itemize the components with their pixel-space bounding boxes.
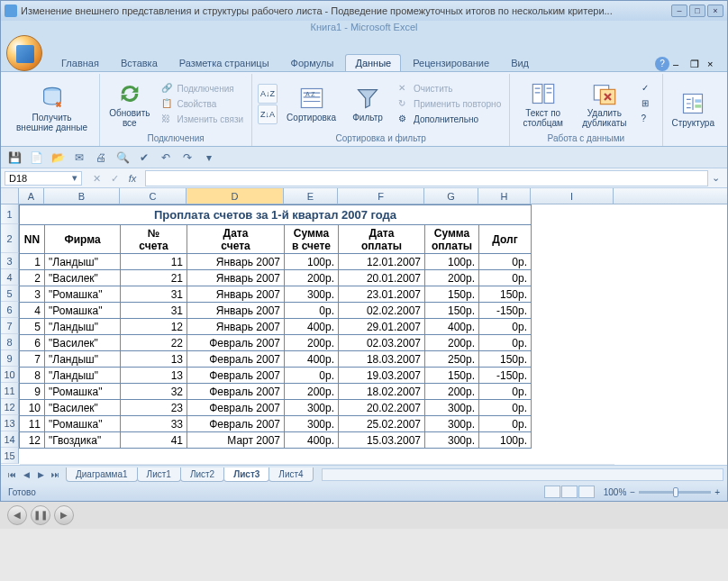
qat-new-button[interactable]: 📄 [28, 150, 44, 166]
table-cell[interactable]: Январь 2007 [187, 270, 285, 286]
table-cell[interactable]: 4 [20, 303, 45, 319]
table-cell[interactable]: 11 [20, 416, 45, 432]
table-cell[interactable]: 0р. [479, 270, 532, 286]
table-cell[interactable]: Февраль 2007 [187, 351, 285, 368]
table-cell[interactable]: "Ромашка" [45, 384, 121, 400]
column-header-E[interactable]: E [284, 188, 338, 204]
row-header-12[interactable]: 12 [1, 399, 19, 415]
table-cell[interactable]: 12.01.2007 [339, 254, 425, 270]
qat-email-button[interactable]: ✉ [71, 150, 87, 166]
table-cell[interactable]: 300р. [285, 416, 339, 432]
row-header-2[interactable]: 2 [1, 224, 19, 253]
data-validation-button[interactable]: ✓ [639, 82, 657, 96]
sheet-nav-prev[interactable]: ◀ [19, 468, 33, 482]
minimize-button[interactable]: – [671, 5, 687, 17]
sheet-tab-Лист1[interactable]: Лист1 [137, 468, 181, 482]
table-cell[interactable]: 2 [20, 270, 45, 286]
table-cell[interactable]: "Василек" [45, 335, 121, 351]
row-header-15[interactable]: 15 [1, 448, 19, 464]
table-cell[interactable]: "Ромашка" [45, 286, 121, 303]
table-cell[interactable]: Январь 2007 [187, 319, 285, 335]
table-cell[interactable]: 0р. [479, 400, 532, 416]
sheet-nav-first[interactable]: ⏮ [5, 468, 19, 482]
table-cell[interactable]: 20.02.2007 [339, 400, 425, 416]
doc-minimize-button[interactable]: – [673, 59, 689, 71]
row-header-1[interactable]: 1 [1, 204, 19, 224]
table-cell[interactable]: 100р. [425, 254, 479, 270]
table-cell[interactable]: Февраль 2007 [187, 384, 285, 400]
enter-formula-button[interactable]: ✓ [107, 171, 122, 186]
table-cell[interactable]: 400р. [285, 351, 339, 368]
table-cell[interactable]: 6 [20, 335, 45, 351]
table-cell[interactable]: 33 [121, 416, 187, 432]
table-cell[interactable]: 200р. [425, 384, 479, 400]
table-cell[interactable]: 31 [121, 303, 187, 319]
sort-asc-button[interactable]: A↓Z [258, 84, 278, 104]
column-header-H[interactable]: H [478, 188, 531, 204]
sheet-tab-Лист3[interactable]: Лист3 [223, 468, 269, 482]
play-pause-button[interactable]: ❚❚ [31, 505, 50, 525]
table-cell[interactable]: 200р. [285, 270, 339, 286]
properties-button[interactable]: 📋Свойства [159, 97, 246, 112]
clear-filter-button[interactable]: ✕Очистить [396, 82, 504, 96]
table-cell[interactable]: 400р. [425, 319, 479, 335]
row-header-13[interactable]: 13 [1, 415, 19, 431]
table-cell[interactable]: Январь 2007 [187, 303, 285, 319]
row-header-9[interactable]: 9 [1, 350, 19, 367]
help-icon[interactable]: ? [655, 57, 669, 71]
table-cell[interactable]: 0р. [479, 416, 532, 432]
table-cell[interactable]: 0р. [479, 335, 532, 351]
table-cell[interactable]: 22 [121, 335, 187, 351]
sort-button[interactable]: A Z Сортировка [283, 84, 340, 124]
column-header-F[interactable]: F [338, 188, 424, 204]
reapply-filter-button[interactable]: ↻Применить повторно [396, 97, 504, 112]
tab-view[interactable]: Вид [501, 54, 539, 71]
formula-input[interactable] [145, 170, 708, 186]
tab-page-layout[interactable]: Разметка страницы [169, 54, 279, 71]
table-cell[interactable]: 19.03.2007 [339, 368, 425, 384]
table-cell[interactable]: "Ландыш" [45, 319, 121, 335]
table-cell[interactable]: 32 [121, 384, 187, 400]
filter-button[interactable]: Фильтр [345, 84, 390, 124]
table-cell[interactable]: 0р. [479, 319, 532, 335]
table-cell[interactable]: 0р. [285, 368, 339, 384]
table-cell[interactable]: 02.02.2007 [339, 303, 425, 319]
table-cell[interactable]: 18.02.2007 [339, 384, 425, 400]
row-header-7[interactable]: 7 [1, 318, 19, 334]
horizontal-scrollbar[interactable] [322, 468, 723, 481]
sheet-nav-next[interactable]: ▶ [33, 468, 48, 482]
table-cell[interactable]: 150р. [425, 286, 479, 303]
whatif-button[interactable]: ? [639, 113, 657, 127]
expand-formula-bar[interactable]: ⌄ [708, 172, 723, 184]
row-header-6[interactable]: 6 [1, 302, 19, 318]
row-header-5[interactable]: 5 [1, 286, 19, 302]
table-cell[interactable]: 400р. [285, 432, 339, 449]
table-cell[interactable]: 18.03.2007 [339, 351, 425, 368]
table-cell[interactable]: 23.01.2007 [339, 286, 425, 303]
close-button[interactable]: × [707, 5, 723, 17]
doc-close-button[interactable]: × [707, 59, 723, 71]
table-cell[interactable]: 150р. [479, 286, 532, 303]
name-box-dropdown[interactable]: ▾ [68, 172, 81, 184]
tab-home[interactable]: Главная [51, 54, 109, 71]
table-cell[interactable]: 400р. [285, 319, 339, 335]
name-box-input[interactable] [5, 172, 68, 185]
table-cell[interactable]: 0р. [479, 384, 532, 400]
column-header-G[interactable]: G [424, 188, 478, 204]
row-header-10[interactable]: 10 [1, 367, 19, 383]
table-cell[interactable]: Февраль 2007 [187, 416, 285, 432]
view-normal-button[interactable] [544, 486, 560, 498]
tab-review[interactable]: Рецензирование [403, 54, 499, 71]
table-cell[interactable]: 23 [121, 400, 187, 416]
table-cell[interactable]: 100р. [479, 432, 532, 449]
zoom-level[interactable]: 100% [604, 487, 627, 497]
sheet-nav-last[interactable]: ⏭ [48, 468, 62, 482]
view-pagebreak-button[interactable] [578, 486, 595, 498]
table-cell[interactable]: 200р. [425, 335, 479, 351]
tab-data[interactable]: Данные [345, 54, 401, 71]
table-cell[interactable]: "Ландыш" [45, 254, 121, 270]
remove-duplicates-button[interactable]: Удалить дубликаты [576, 79, 632, 130]
qat-open-button[interactable]: 📂 [50, 150, 66, 166]
tab-formulas[interactable]: Формулы [281, 54, 344, 71]
table-cell[interactable]: 300р. [425, 416, 479, 432]
